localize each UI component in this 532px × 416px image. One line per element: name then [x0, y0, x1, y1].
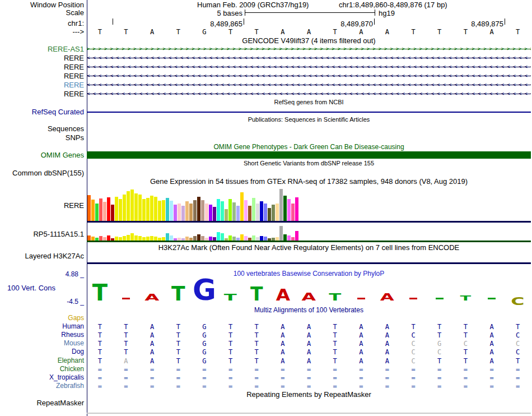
- gtex-rp5-bar[interactable]: [150, 236, 153, 241]
- gtex-rp5-bar[interactable]: [252, 235, 255, 241]
- track-label-gene-rere-3[interactable]: RERE: [0, 72, 84, 80]
- gtex-rere-bar[interactable]: [256, 204, 259, 221]
- gtex-rere-bar[interactable]: [119, 199, 122, 221]
- gtex-rp5-bar[interactable]: [154, 237, 157, 241]
- track-label-species-human[interactable]: Human: [0, 322, 84, 330]
- gtex-rere-bar[interactable]: [205, 204, 208, 221]
- gtex-rere-bar[interactable]: [162, 200, 165, 221]
- track-label-gene-rere-5[interactable]: RERE: [0, 90, 84, 98]
- track-label-common-dbsnp[interactable]: Common dbSNP(155): [0, 169, 84, 177]
- track-label-species-x-tropicalis[interactable]: X_tropicalis: [0, 373, 84, 381]
- repeatmasker-title[interactable]: Repeating Elements by RepeatMasker: [87, 390, 531, 399]
- gtex-rere-bar[interactable]: [201, 200, 204, 221]
- gtex-rere-bar[interactable]: [181, 206, 185, 221]
- refseq-curated-track[interactable]: [87, 112, 531, 113]
- gtex-rere-bar[interactable]: [287, 199, 291, 221]
- conservation-title[interactable]: 100 vertebrates Basewise Conservation by…: [87, 270, 531, 278]
- gtex-rp5-bar[interactable]: [162, 237, 165, 241]
- gtex-rere-bar[interactable]: [248, 206, 251, 221]
- gtex-rp5-bar[interactable]: [213, 237, 216, 241]
- track-label-cons-name[interactable]: 100 Vert. Cons: [7, 284, 55, 292]
- track-label-chromosome[interactable]: chr1:: [0, 19, 84, 27]
- gtex-rp5-bar[interactable]: [295, 231, 298, 241]
- gtex-rere-bar[interactable]: [236, 206, 240, 221]
- gtex-rere-baseline[interactable]: [87, 221, 531, 223]
- gtex-rere-bar[interactable]: [221, 201, 224, 221]
- gtex-rere-bar[interactable]: [95, 204, 99, 221]
- gtex-rp5-bar[interactable]: [217, 232, 220, 241]
- gtex-rere-bar[interactable]: [283, 196, 287, 221]
- gtex-rere-bar[interactable]: [127, 191, 130, 221]
- gtex-rere-bar[interactable]: [291, 204, 295, 221]
- gtex-rp5-bar[interactable]: [174, 238, 177, 241]
- track-label-scale[interactable]: Scale: [0, 8, 84, 17]
- gtex-rere-bar[interactable]: [185, 201, 189, 221]
- gtex-rp5-bar[interactable]: [201, 236, 204, 241]
- gtex-rp5-bar[interactable]: [279, 226, 283, 241]
- gtex-rp5-bar[interactable]: [228, 235, 232, 241]
- gtex-rere-bar[interactable]: [150, 196, 153, 221]
- gtex-rere-bar[interactable]: [111, 205, 114, 221]
- gtex-rp5-bar[interactable]: [119, 237, 122, 241]
- track-label-gene-rere-4[interactable]: RERE: [0, 81, 84, 89]
- gtex-rp5-bar[interactable]: [130, 233, 134, 241]
- gtex-rere-bar[interactable]: [146, 198, 150, 221]
- gtex-rere-bar[interactable]: [252, 198, 255, 221]
- gtex-rere-bar[interactable]: [279, 189, 283, 221]
- gtex-rere-bar[interactable]: [268, 208, 271, 221]
- gtex-rp5-bar[interactable]: [209, 237, 212, 241]
- gtex-rere-bar[interactable]: [91, 200, 95, 221]
- track-label-strand[interactable]: --->: [0, 27, 84, 36]
- track-label-species-dog[interactable]: Dog: [0, 348, 84, 355]
- track-label-layered-h3k27ac[interactable]: Layered H3K27Ac: [0, 252, 84, 260]
- gtex-rp5-bar[interactable]: [248, 238, 251, 241]
- track-label-cons-max[interactable]: 4.88 _: [0, 270, 84, 278]
- gtex-rere-bar[interactable]: [213, 207, 216, 221]
- gtex-rere-bar[interactable]: [244, 200, 248, 221]
- track-label-species-mouse[interactable]: Mouse: [0, 339, 84, 347]
- omim-genes-bar[interactable]: [87, 151, 531, 159]
- gtex-rere-bar[interactable]: [103, 202, 106, 221]
- gtex-rere-bar[interactable]: [99, 198, 102, 221]
- gtex-rere-bar[interactable]: [166, 198, 169, 221]
- gtex-rp5-bar[interactable]: [127, 235, 130, 241]
- gtex-rp5-bar[interactable]: [205, 238, 208, 241]
- gtex-rere-bar[interactable]: [158, 201, 161, 221]
- track-label-gene-rere-2[interactable]: RERE: [0, 63, 84, 71]
- gtex-rere-bar[interactable]: [232, 202, 236, 221]
- h3k27ac-title[interactable]: H3K27Ac Mark (Often Found Near Active Re…: [87, 243, 531, 252]
- gtex-rere-bar[interactable]: [178, 204, 181, 221]
- gtex-rp5-bar[interactable]: [225, 238, 228, 241]
- gtex-rere-bar[interactable]: [225, 209, 228, 221]
- gtex-rp5-bar[interactable]: [291, 237, 295, 241]
- gtex-rp5-bar[interactable]: [185, 237, 189, 241]
- track-label-gtex-rere[interactable]: RERE: [0, 201, 84, 210]
- multiz-title[interactable]: Multiz Alignments of 100 Vertebrates: [87, 306, 531, 314]
- track-label-window-position[interactable]: Window Position: [0, 1, 84, 9]
- gtex-rp5-bar[interactable]: [178, 238, 181, 241]
- gtex-rp5-bar[interactable]: [91, 237, 95, 241]
- gtex-rp5-bar[interactable]: [244, 236, 248, 241]
- rp5-baseline[interactable]: [87, 241, 531, 242]
- track-label-species-chicken[interactable]: Chicken: [0, 365, 84, 373]
- gtex-rp5-bar[interactable]: [221, 233, 224, 241]
- gtex-rp5-bar[interactable]: [232, 237, 236, 241]
- h3k27ac-track[interactable]: [87, 262, 531, 264]
- gtex-rp5-bar[interactable]: [193, 236, 197, 241]
- gtex-rere-bar[interactable]: [197, 197, 200, 221]
- track-label-species-elephant[interactable]: Elephant: [0, 357, 84, 364]
- gtex-rp5-bar[interactable]: [103, 237, 106, 241]
- track-label-cons-min[interactable]: -4.5 _: [0, 298, 84, 306]
- gtex-rp5-bar[interactable]: [272, 238, 275, 241]
- gtex-rere-bar[interactable]: [189, 204, 193, 221]
- gtex-rere-bar[interactable]: [134, 193, 138, 221]
- repeatmasker-track[interactable]: [87, 413, 531, 414]
- gtex-rere-bar[interactable]: [193, 200, 197, 221]
- gtex-title[interactable]: Gene Expression in 54 tissues from GTEx …: [87, 177, 531, 186]
- gtex-rp5-bar[interactable]: [256, 237, 259, 241]
- gtex-rp5-bar[interactable]: [197, 234, 200, 241]
- gtex-rp5-bar[interactable]: [170, 235, 173, 241]
- gtex-rere-bar[interactable]: [295, 197, 298, 221]
- gtex-rp5-bar[interactable]: [138, 236, 142, 241]
- gtex-rere-bar[interactable]: [170, 201, 173, 221]
